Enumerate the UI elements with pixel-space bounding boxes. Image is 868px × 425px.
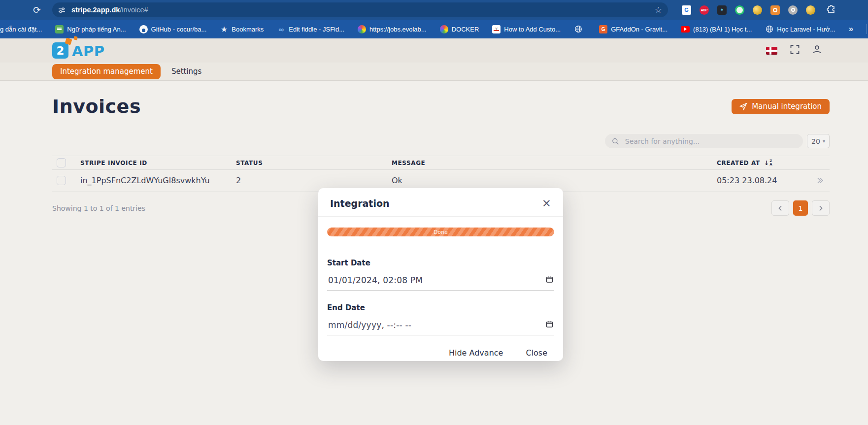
cell-invoice-id: in_1PpSFnC2ZLdWYuGl8svwkhYu <box>80 176 236 185</box>
url-host: stripe.2app.dk <box>71 6 120 14</box>
column-header-message[interactable]: MESSAGE <box>392 160 717 166</box>
cell-created-at: 05:23 23.08.24 <box>717 176 810 185</box>
bookmarks-overflow-chevron[interactable]: » <box>849 24 853 34</box>
react-devtools-extension-icon[interactable]: ⚛ <box>717 5 727 15</box>
modal-close-icon[interactable]: × <box>542 197 551 209</box>
globe-favicon <box>765 25 773 33</box>
column-header-status[interactable]: STATUS <box>236 160 392 166</box>
column-header-created-at[interactable]: CREATED AT ↓ ZA <box>717 160 810 166</box>
logo-number: 2 <box>52 42 68 59</box>
search-icon <box>612 137 619 145</box>
calendar-icon[interactable] <box>546 276 553 285</box>
column-header-invoice-id[interactable]: STRIPE INVOICE ID <box>80 160 236 166</box>
adblock-extension-icon[interactable]: ABP <box>700 5 709 15</box>
translate-extension-icon[interactable]: G <box>682 5 691 15</box>
bookmark-item[interactable]: G GFAddOn - Gravit... <box>599 25 668 33</box>
fullscreen-icon[interactable] <box>790 45 800 56</box>
end-date-label: End Date <box>327 303 554 312</box>
search-box[interactable] <box>605 134 803 148</box>
page-title: Invoices <box>52 96 141 117</box>
divider <box>867 24 867 34</box>
end-date-input[interactable]: mm/dd/yyyy, --:-- -- <box>327 320 554 335</box>
url-path: /invoice# <box>120 6 148 14</box>
app-logo[interactable]: 2 APP <box>52 42 104 59</box>
reader-favicon <box>55 25 64 33</box>
page-size-select[interactable]: 20 ▾ <box>807 134 830 148</box>
gfaddon-favicon: G <box>599 25 607 33</box>
yellow-extension-icon-2[interactable] <box>806 5 815 15</box>
calendar-icon[interactable] <box>546 321 553 330</box>
search-input[interactable] <box>625 137 796 145</box>
send-icon <box>739 102 747 110</box>
star-favicon: ★ <box>220 25 228 33</box>
manual-integration-button[interactable]: Manual integration <box>732 99 830 114</box>
row-checkbox[interactable] <box>57 176 66 185</box>
bookmark-item[interactable]: ∞ Edit fiddle - JSFid... <box>277 25 344 33</box>
cell-message: Ok <box>392 176 717 185</box>
logo-text: APP <box>72 44 104 59</box>
colorful-favicon <box>440 25 448 33</box>
globe-favicon <box>574 25 582 33</box>
reload-icon[interactable]: ⟳ <box>29 1 45 18</box>
bookmark-star-icon[interactable]: ☆ <box>655 5 662 15</box>
hide-advance-button[interactable]: Hide Advance <box>449 348 503 358</box>
green-target-extension-icon[interactable] <box>735 5 744 15</box>
bookmark-item[interactable] <box>574 25 586 33</box>
invoices-table: STRIPE INVOICE ID STATUS MESSAGE CREATED… <box>52 156 830 192</box>
close-button[interactable]: Close <box>526 348 547 358</box>
start-date-input[interactable]: 01/01/2024, 02:08 PM <box>327 275 554 291</box>
table-header-row: STRIPE INVOICE ID STATUS MESSAGE CREATED… <box>52 156 830 170</box>
bookmark-item[interactable]: v How to Add Custo... <box>492 25 561 33</box>
start-date-label: Start Date <box>327 259 554 267</box>
pagination-prev-button[interactable] <box>771 200 789 216</box>
extensions-area: G ABP ⚛ <box>682 4 836 16</box>
modal-title: Integration <box>330 198 390 209</box>
download-favicon: v <box>492 25 501 33</box>
bookmarks-bar: g dẫn cài đặt... Ngữ pháp tiếng An... Gi… <box>0 20 868 38</box>
bookmark-item[interactable]: https://jobs.evolab... <box>358 25 427 33</box>
orange-extension-icon[interactable] <box>770 5 780 15</box>
tab-integration-management[interactable]: Integration management <box>52 64 161 79</box>
cell-status: 2 <box>236 176 392 185</box>
entries-summary: Showing 1 to 1 of 1 entries <box>52 204 145 212</box>
bookmark-item[interactable]: GitHub - cocur/ba... <box>139 25 207 33</box>
row-expand-chevron-icon[interactable] <box>810 177 830 184</box>
site-settings-icon[interactable] <box>58 6 66 14</box>
gray-extension-icon[interactable] <box>788 5 798 15</box>
integration-modal: Integration × Done Start Date 01/01/2024… <box>318 188 563 361</box>
user-profile-icon[interactable] <box>812 45 822 56</box>
logo-orange-dot <box>73 36 77 40</box>
pagination-next-button[interactable] <box>812 200 830 216</box>
sort-descending-icon[interactable]: ↓ ZA <box>764 160 773 166</box>
github-favicon <box>139 25 148 33</box>
main-navigation: Integration management Settings <box>0 63 868 81</box>
youtube-favicon <box>681 26 690 33</box>
bookmark-item[interactable]: g dẫn cài đặt... <box>0 26 42 33</box>
colorful-favicon <box>358 25 366 33</box>
select-all-checkbox[interactable] <box>57 158 66 167</box>
app-header: 2 APP <box>0 38 868 63</box>
extensions-puzzle-icon[interactable] <box>827 4 836 16</box>
bookmark-item[interactable]: Học Laravel - Hưở... <box>765 25 835 33</box>
browser-toolbar: ⟳ stripe.2app.dk /invoice# ☆ G ABP ⚛ <box>0 0 868 20</box>
bookmark-item[interactable]: Ngữ pháp tiếng An... <box>55 25 126 33</box>
address-bar[interactable]: stripe.2app.dk /invoice# ☆ <box>52 2 668 17</box>
chevron-down-icon: ▾ <box>823 138 825 144</box>
tab-settings[interactable]: Settings <box>171 67 202 76</box>
bookmark-item[interactable]: (813) (BÀI 1) Học t... <box>681 26 752 33</box>
bookmark-item[interactable]: DOCKER <box>440 25 479 33</box>
pagination-page-1[interactable]: 1 <box>793 200 808 216</box>
yellow-extension-icon[interactable] <box>753 5 762 15</box>
language-flag-denmark-icon[interactable] <box>766 47 777 55</box>
progress-label: Done <box>327 228 554 236</box>
jsfiddle-favicon: ∞ <box>277 25 285 33</box>
progress-bar: Done <box>327 228 554 236</box>
bookmark-item[interactable]: ★ Bookmarks <box>220 25 264 33</box>
pagination: 1 <box>771 200 830 216</box>
